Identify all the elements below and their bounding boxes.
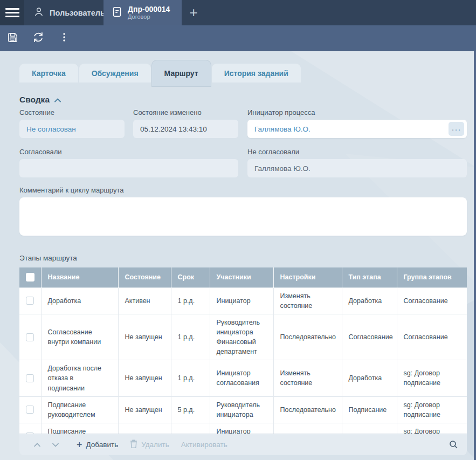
- column-header-term[interactable]: Срок: [171, 267, 210, 287]
- state-changed-field[interactable]: 05.12.2024 13:43:10: [133, 120, 238, 138]
- user-icon: [33, 6, 45, 19]
- row-checkbox[interactable]: [26, 297, 34, 305]
- cell-type: Доработка: [342, 360, 397, 396]
- delete-stage-label: Удалить: [141, 441, 169, 449]
- tab-istoriya-zadaniy[interactable]: История заданий: [212, 64, 301, 83]
- document-toolbar: [0, 25, 476, 51]
- summary-collapse-toggle[interactable]: Сводка: [19, 95, 61, 105]
- row-checkbox[interactable]: [26, 406, 34, 414]
- plus-icon: +: [189, 4, 197, 21]
- cell-settings: Изменять состояние: [273, 360, 342, 396]
- card-tabs: Карточка Обсуждения Маршрут История зада…: [19, 60, 302, 86]
- user-tab-label: Пользователь: [50, 9, 105, 17]
- initiator-value[interactable]: Галлямова Ю.О.: [254, 125, 311, 133]
- summary-title: Сводка: [19, 95, 50, 105]
- column-header-type[interactable]: Тип этапа: [342, 267, 397, 287]
- cell-state: Не запущен: [118, 360, 171, 396]
- activate-stage-button[interactable]: Активировать: [181, 441, 227, 449]
- table-row[interactable]: Согласование внутри компании Не запущен …: [19, 314, 467, 360]
- cell-type: Доработка: [342, 287, 397, 314]
- not-approved-value: Галлямова Ю.О.: [254, 164, 311, 173]
- cell-name: Доработка после отказа в подписании: [41, 360, 118, 396]
- cell-group: Согласование: [397, 287, 467, 314]
- tab-kartochka[interactable]: Карточка: [19, 64, 78, 83]
- initiator-label: Инициатор процесса: [247, 108, 315, 116]
- activate-stage-label: Активировать: [181, 441, 227, 449]
- cell-group: Согласование: [397, 314, 467, 360]
- tab-label: Маршрут: [164, 69, 198, 78]
- comment-label: Комментарий к циклу маршрута: [19, 186, 123, 194]
- cell-participants: Инициатор согласования: [210, 360, 273, 396]
- approved-label: Согласовали: [19, 148, 62, 156]
- cell-state: Не запущен: [118, 396, 171, 423]
- add-tab-button[interactable]: +: [182, 0, 205, 25]
- cell-settings: Последовательно: [273, 314, 342, 360]
- state-changed-label: Состояние изменено: [133, 108, 202, 116]
- cell-group: sg: Договор подписание: [397, 396, 467, 423]
- row-checkbox[interactable]: [26, 374, 34, 382]
- column-header-name[interactable]: Название: [41, 267, 118, 287]
- tab-label: Обсуждения: [92, 69, 139, 78]
- state-field[interactable]: Не согласован: [19, 120, 125, 138]
- move-down-button[interactable]: [46, 443, 65, 447]
- approved-field[interactable]: [19, 159, 238, 177]
- document-icon: [111, 6, 123, 20]
- state-label: Состояние: [19, 108, 54, 116]
- chevron-up-icon: [54, 95, 61, 105]
- stages-footer-toolbar: + Добавить Удалить Активировать: [19, 434, 467, 455]
- tab-label: История заданий: [224, 69, 288, 78]
- select-all-checkbox[interactable]: [26, 273, 35, 282]
- move-up-button[interactable]: [28, 443, 46, 447]
- column-header-group[interactable]: Группа этапов: [397, 267, 467, 287]
- table-search-button[interactable]: [449, 440, 458, 449]
- state-changed-value: 05.12.2024 13:43:10: [140, 125, 207, 133]
- tab-user[interactable]: Пользователь: [24, 0, 104, 25]
- cell-settings: Изменять состояние: [273, 287, 342, 314]
- more-actions-button[interactable]: [52, 25, 77, 51]
- tab-document-active[interactable]: Дпр-000014 Договор: [104, 0, 182, 25]
- cell-term: 1 р.д.: [171, 287, 210, 314]
- hamburger-menu-button[interactable]: [0, 0, 24, 25]
- cell-term: 1 р.д.: [171, 314, 210, 360]
- table-row[interactable]: Доработка Активен 1 р.д. Инициатор Измен…: [19, 287, 467, 314]
- row-checkbox[interactable]: [26, 333, 34, 341]
- cell-type: Подписание: [342, 396, 397, 423]
- save-icon: [6, 31, 19, 46]
- hamburger-icon: [5, 6, 19, 19]
- comment-textarea[interactable]: [19, 197, 467, 236]
- cell-type: Согласование: [342, 314, 397, 360]
- search-icon: [449, 440, 458, 449]
- column-header-participants[interactable]: Участники: [210, 267, 273, 287]
- kebab-menu-icon: [59, 32, 70, 45]
- ellipsis-icon: ···: [452, 125, 461, 134]
- cell-settings: Последовательно: [273, 396, 342, 423]
- stages-table: Название Состояние Срок Участники Настро…: [19, 267, 467, 449]
- scrollbar-track[interactable]: [474, 51, 476, 460]
- column-header-state[interactable]: Состояние: [118, 267, 171, 287]
- cell-participants: Инициатор: [210, 287, 273, 314]
- initiator-field[interactable]: Галлямова Ю.О. ···: [247, 120, 467, 138]
- tab-marshrut[interactable]: Маршрут: [152, 60, 211, 86]
- cell-participants: Руководитель инициатора: [210, 396, 273, 423]
- not-approved-label: Не согласовали: [247, 148, 299, 156]
- state-value[interactable]: Не согласован: [26, 125, 76, 133]
- add-stage-button[interactable]: + Добавить: [77, 440, 118, 450]
- delete-stage-button[interactable]: Удалить: [130, 440, 169, 450]
- not-approved-field[interactable]: Галлямова Ю.О.: [247, 159, 467, 177]
- tab-obsuzhdeniya[interactable]: Обсуждения: [79, 64, 151, 83]
- table-row[interactable]: Подписание руководителем Не запущен 5 р.…: [19, 396, 467, 423]
- doc-tab-title: Дпр-000014: [128, 5, 170, 13]
- cell-group: sg: Договор подписание: [397, 360, 467, 396]
- cell-name: Подписание руководителем: [41, 396, 118, 423]
- plus-icon: +: [77, 440, 82, 450]
- stages-title: Этапы маршрута: [19, 254, 77, 262]
- table-header-row: Название Состояние Срок Участники Настро…: [19, 267, 467, 287]
- column-header-settings[interactable]: Настройки: [273, 267, 342, 287]
- save-button[interactable]: [0, 25, 25, 51]
- initiator-picker-button[interactable]: ···: [449, 122, 464, 136]
- table-row[interactable]: Доработка после отказа в подписании Не з…: [19, 360, 467, 396]
- refresh-button[interactable]: [26, 25, 51, 51]
- cell-state: Не запущен: [118, 314, 171, 360]
- cell-term: 5 р.д.: [171, 396, 210, 423]
- trash-icon: [130, 440, 137, 450]
